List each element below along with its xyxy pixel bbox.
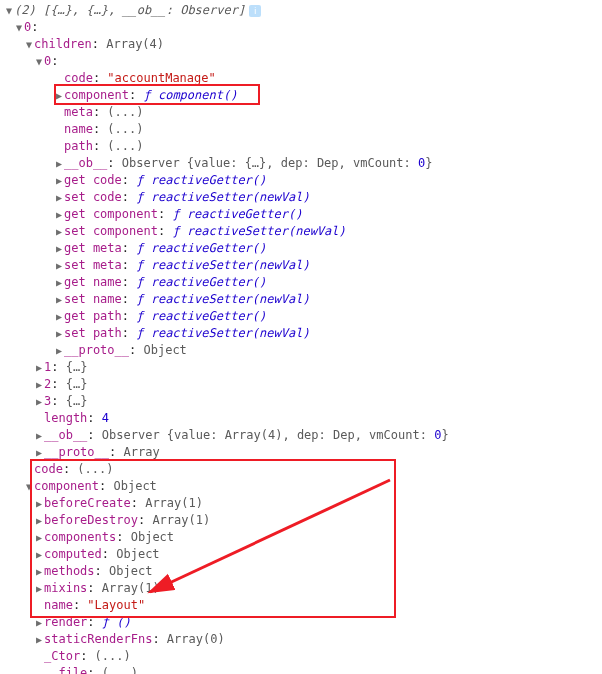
caret-right-icon[interactable]: ▶ bbox=[54, 223, 64, 240]
prop-val: Array(1) bbox=[145, 496, 203, 510]
prop-val: {…} bbox=[66, 377, 88, 391]
tree-row[interactable]: name: "Layout" bbox=[4, 597, 602, 614]
tree-row[interactable]: ▶__proto__: Object bbox=[4, 342, 602, 359]
caret-right-icon[interactable]: ▶ bbox=[54, 240, 64, 257]
caret-right-icon[interactable]: ▶ bbox=[34, 631, 44, 648]
tree-row[interactable]: ▶computed: Object bbox=[4, 546, 602, 563]
caret-down-icon[interactable]: ▼ bbox=[34, 53, 44, 70]
caret-right-icon[interactable]: ▶ bbox=[54, 325, 64, 342]
tree-row[interactable]: ▶__ob__: Observer {value: {…}, dep: Dep,… bbox=[4, 155, 602, 172]
caret-right-icon[interactable]: ▶ bbox=[54, 342, 64, 359]
caret-right-icon[interactable]: ▶ bbox=[54, 291, 64, 308]
caret-right-icon[interactable]: ▶ bbox=[54, 189, 64, 206]
tree-row[interactable]: ▶set name: ƒ reactiveSetter(newVal) bbox=[4, 291, 602, 308]
tree-row[interactable]: ▶components: Object bbox=[4, 529, 602, 546]
prop-key: components bbox=[44, 530, 116, 544]
tree-row[interactable]: ▶get path: ƒ reactiveGetter() bbox=[4, 308, 602, 325]
caret-down-icon[interactable]: ▼ bbox=[24, 36, 34, 53]
tree-row[interactable]: ▶methods: Object bbox=[4, 563, 602, 580]
tree-row[interactable]: meta: (...) bbox=[4, 104, 602, 121]
tree-row[interactable]: ▶staticRenderFns: Array(0) bbox=[4, 631, 602, 648]
prop-val: Object bbox=[109, 564, 152, 578]
tree-row[interactable]: ▶__ob__: Observer {value: Array(4), dep:… bbox=[4, 427, 602, 444]
caret-right-icon[interactable]: ▶ bbox=[54, 274, 64, 291]
caret-right-icon[interactable]: ▶ bbox=[34, 529, 44, 546]
tree-row[interactable]: length: 4 bbox=[4, 410, 602, 427]
tree-row[interactable]: ▶get name: ƒ reactiveGetter() bbox=[4, 274, 602, 291]
info-icon[interactable]: i bbox=[249, 5, 261, 17]
tree-row[interactable]: ▶mixins: Array(1) bbox=[4, 580, 602, 597]
tree-row-code[interactable]: code: "accountManage" bbox=[4, 70, 602, 87]
tree-row[interactable]: path: (...) bbox=[4, 138, 602, 155]
tree-row-render[interactable]: ▶render: ƒ () bbox=[4, 614, 602, 631]
caret-right-icon[interactable]: ▶ bbox=[34, 580, 44, 597]
prop-key: length bbox=[44, 411, 87, 425]
prop-val: Array(4) bbox=[106, 37, 164, 51]
prop-key: get path bbox=[64, 309, 122, 323]
caret-right-icon[interactable]: ▶ bbox=[34, 546, 44, 563]
tree-row[interactable]: ▶get meta: ƒ reactiveGetter() bbox=[4, 240, 602, 257]
caret-right-icon[interactable]: ▶ bbox=[54, 308, 64, 325]
caret-down-icon[interactable]: ▼ bbox=[4, 2, 14, 19]
tree-row[interactable]: __file: (...) bbox=[4, 665, 602, 674]
tree-row[interactable]: ▶beforeDestroy: Array(1) bbox=[4, 512, 602, 529]
tree-row-component-main[interactable]: ▼component: Object bbox=[4, 478, 602, 495]
caret-right-icon[interactable]: ▶ bbox=[34, 427, 44, 444]
tree-row-root[interactable]: ▼(2) [{…}, {…}, __ob__: Observer]i bbox=[4, 2, 602, 19]
tree-row[interactable]: ▶beforeCreate: Array(1) bbox=[4, 495, 602, 512]
caret-right-icon[interactable]: ▶ bbox=[34, 444, 44, 461]
caret-right-icon[interactable]: ▶ bbox=[54, 257, 64, 274]
tree-row[interactable]: ▶__proto__: Array bbox=[4, 444, 602, 461]
caret-right-icon[interactable]: ▶ bbox=[34, 614, 44, 631]
caret-right-icon[interactable]: ▶ bbox=[34, 376, 44, 393]
tree-row[interactable]: ▼0: bbox=[4, 19, 602, 36]
prop-key: set component bbox=[64, 224, 158, 238]
caret-right-icon[interactable]: ▶ bbox=[34, 495, 44, 512]
prop-key: get name bbox=[64, 275, 122, 289]
tree-row[interactable]: ▶get code: ƒ reactiveGetter() bbox=[4, 172, 602, 189]
caret-right-icon[interactable]: ▶ bbox=[54, 206, 64, 223]
caret-down-icon[interactable]: ▼ bbox=[24, 478, 34, 495]
root-summary: [{…}, {…}, __ob__: Observer] bbox=[43, 3, 245, 17]
prop-key: _Ctor bbox=[44, 649, 80, 663]
prop-key: component bbox=[64, 88, 129, 102]
tree-row[interactable]: name: (...) bbox=[4, 121, 602, 138]
prop-val: (...) bbox=[107, 139, 143, 153]
caret-right-icon[interactable]: ▶ bbox=[54, 87, 64, 104]
prop-val: ƒ reactiveSetter(newVal) bbox=[172, 224, 345, 238]
prop-val: Array(0) bbox=[167, 632, 225, 646]
prop-val: ƒ reactiveSetter(newVal) bbox=[136, 326, 309, 340]
prop-val: (...) bbox=[77, 462, 113, 476]
tree-row[interactable]: ▶set path: ƒ reactiveSetter(newVal) bbox=[4, 325, 602, 342]
tree-row[interactable]: code: (...) bbox=[4, 461, 602, 478]
tree-row[interactable]: ▼0: bbox=[4, 53, 602, 70]
prop-key: name bbox=[44, 598, 73, 612]
tree-row[interactable]: ▶2: {…} bbox=[4, 376, 602, 393]
prop-key: computed bbox=[44, 547, 102, 561]
tree-row[interactable]: _Ctor: (...) bbox=[4, 648, 602, 665]
caret-right-icon[interactable]: ▶ bbox=[54, 172, 64, 189]
tree-row[interactable]: ▶set code: ƒ reactiveSetter(newVal) bbox=[4, 189, 602, 206]
prop-val: ƒ reactiveSetter(newVal) bbox=[136, 190, 309, 204]
caret-right-icon[interactable]: ▶ bbox=[34, 512, 44, 529]
tree-row[interactable]: ▼children: Array(4) bbox=[4, 36, 602, 53]
prop-val: Observer {value: {…}, dep: Dep, vmCount: bbox=[122, 156, 418, 170]
tree-row[interactable]: ▶3: {…} bbox=[4, 393, 602, 410]
caret-right-icon[interactable]: ▶ bbox=[34, 393, 44, 410]
tree-row[interactable]: ▶set meta: ƒ reactiveSetter(newVal) bbox=[4, 257, 602, 274]
tree-row-component[interactable]: ▶component: ƒ component() bbox=[4, 87, 602, 104]
prop-val: 4 bbox=[102, 411, 109, 425]
prop-val: Object bbox=[116, 547, 159, 561]
prop-key: name bbox=[64, 122, 93, 136]
tree-row[interactable]: ▶get component: ƒ reactiveGetter() bbox=[4, 206, 602, 223]
prop-val: ƒ component() bbox=[143, 88, 237, 102]
caret-right-icon[interactable]: ▶ bbox=[34, 359, 44, 376]
caret-right-icon[interactable]: ▶ bbox=[34, 563, 44, 580]
prop-tail: } bbox=[425, 156, 432, 170]
tree-row[interactable]: ▶1: {…} bbox=[4, 359, 602, 376]
caret-right-icon[interactable]: ▶ bbox=[54, 155, 64, 172]
tree-row[interactable]: ▶set component: ƒ reactiveSetter(newVal) bbox=[4, 223, 602, 240]
caret-down-icon[interactable]: ▼ bbox=[14, 19, 24, 36]
prop-val: (...) bbox=[102, 666, 138, 674]
prop-val: ƒ reactiveGetter() bbox=[136, 309, 266, 323]
